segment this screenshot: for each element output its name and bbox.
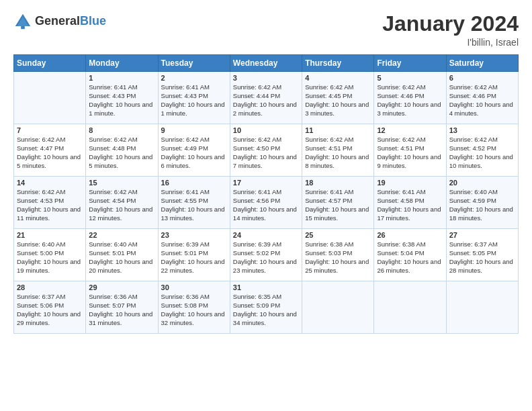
day-number: 7 (17, 126, 83, 134)
day-info: Sunrise: 6:42 AMSunset: 4:49 PMDaylight:… (161, 136, 227, 170)
table-row: 6Sunrise: 6:42 AMSunset: 4:46 PMDaylight… (446, 72, 518, 124)
table-row (374, 281, 446, 334)
day-info: Sunrise: 6:39 AMSunset: 5:02 PMDaylight:… (233, 240, 299, 275)
day-info: Sunrise: 6:41 AMSunset: 4:43 PMDaylight:… (89, 83, 154, 118)
day-info: Sunrise: 6:42 AMSunset: 4:52 PMDaylight:… (449, 136, 515, 170)
day-number: 15 (89, 179, 154, 187)
day-info: Sunrise: 6:35 AMSunset: 5:09 PMDaylight:… (233, 293, 299, 327)
table-row: 9Sunrise: 6:42 AMSunset: 4:49 PMDaylight… (158, 124, 230, 177)
logo-text: GeneralBlue (35, 15, 106, 28)
day-number: 31 (233, 283, 299, 291)
table-row: 3Sunrise: 6:42 AMSunset: 4:44 PMDaylight… (230, 72, 302, 124)
day-number: 8 (89, 126, 154, 134)
day-number: 29 (89, 283, 154, 291)
table-row: 11Sunrise: 6:42 AMSunset: 4:51 PMDayligh… (302, 124, 374, 177)
table-row: 2Sunrise: 6:41 AMSunset: 4:43 PMDaylight… (158, 72, 230, 124)
table-row (14, 72, 86, 124)
month-title: January 2024 (382, 12, 519, 36)
col-thursday: Thursday (302, 55, 374, 72)
day-info: Sunrise: 6:40 AMSunset: 4:59 PMDaylight:… (449, 188, 515, 222)
logo-general: GeneralBlue (35, 15, 106, 28)
day-info: Sunrise: 6:36 AMSunset: 5:07 PMDaylight:… (89, 293, 154, 327)
day-number: 3 (233, 74, 299, 82)
day-number: 28 (17, 283, 83, 291)
location: I'billin, Israel (382, 37, 519, 48)
day-info: Sunrise: 6:40 AMSunset: 5:01 PMDaylight:… (89, 240, 154, 275)
day-info: Sunrise: 6:41 AMSunset: 4:58 PMDaylight:… (377, 188, 443, 222)
col-wednesday: Wednesday (230, 55, 302, 72)
col-monday: Monday (86, 55, 158, 72)
day-number: 2 (161, 74, 227, 82)
day-number: 5 (377, 74, 443, 82)
day-number: 20 (449, 179, 515, 187)
table-row: 1Sunrise: 6:41 AMSunset: 4:43 PMDaylight… (86, 72, 158, 124)
table-row: 26Sunrise: 6:38 AMSunset: 5:04 PMDayligh… (374, 229, 446, 281)
day-info: Sunrise: 6:42 AMSunset: 4:44 PMDaylight:… (233, 83, 299, 118)
day-number: 18 (305, 179, 371, 187)
day-info: Sunrise: 6:39 AMSunset: 5:01 PMDaylight:… (161, 240, 227, 275)
day-info: Sunrise: 6:42 AMSunset: 4:54 PMDaylight:… (89, 188, 154, 222)
table-row: 20Sunrise: 6:40 AMSunset: 4:59 PMDayligh… (446, 177, 518, 229)
logo-icon (13, 12, 32, 31)
table-row: 4Sunrise: 6:42 AMSunset: 4:45 PMDaylight… (302, 72, 374, 124)
day-info: Sunrise: 6:42 AMSunset: 4:47 PMDaylight:… (17, 136, 83, 170)
header-row: Sunday Monday Tuesday Wednesday Thursday… (14, 55, 519, 72)
table-row (446, 281, 518, 334)
table-row: 27Sunrise: 6:37 AMSunset: 5:05 PMDayligh… (446, 229, 518, 281)
day-info: Sunrise: 6:42 AMSunset: 4:50 PMDaylight:… (233, 136, 299, 170)
day-number: 21 (17, 231, 83, 239)
day-info: Sunrise: 6:41 AMSunset: 4:56 PMDaylight:… (233, 188, 299, 222)
day-number: 11 (305, 126, 371, 134)
table-row: 23Sunrise: 6:39 AMSunset: 5:01 PMDayligh… (158, 229, 230, 281)
day-number: 22 (89, 231, 154, 239)
table-row: 17Sunrise: 6:41 AMSunset: 4:56 PMDayligh… (230, 177, 302, 229)
day-info: Sunrise: 6:38 AMSunset: 5:04 PMDaylight:… (377, 240, 443, 275)
day-info: Sunrise: 6:42 AMSunset: 4:51 PMDaylight:… (377, 136, 443, 170)
day-number: 13 (449, 126, 515, 134)
header: GeneralBlue January 2024 I'billin, Israe… (13, 12, 519, 48)
day-number: 30 (161, 283, 227, 291)
table-row: 10Sunrise: 6:42 AMSunset: 4:50 PMDayligh… (230, 124, 302, 177)
logo: GeneralBlue (13, 12, 106, 31)
day-number: 14 (17, 179, 83, 187)
day-info: Sunrise: 6:42 AMSunset: 4:46 PMDaylight:… (449, 83, 515, 118)
day-info: Sunrise: 6:41 AMSunset: 4:57 PMDaylight:… (305, 188, 371, 222)
table-row: 7Sunrise: 6:42 AMSunset: 4:47 PMDaylight… (14, 124, 86, 177)
table-row: 18Sunrise: 6:41 AMSunset: 4:57 PMDayligh… (302, 177, 374, 229)
day-info: Sunrise: 6:41 AMSunset: 4:43 PMDaylight:… (161, 83, 227, 118)
table-row: 30Sunrise: 6:36 AMSunset: 5:08 PMDayligh… (158, 281, 230, 334)
day-number: 16 (161, 179, 227, 187)
week-row-4: 21Sunrise: 6:40 AMSunset: 5:00 PMDayligh… (14, 229, 519, 281)
day-number: 9 (161, 126, 227, 134)
calendar-table: Sunday Monday Tuesday Wednesday Thursday… (13, 54, 519, 334)
day-number: 19 (377, 179, 443, 187)
day-info: Sunrise: 6:36 AMSunset: 5:08 PMDaylight:… (161, 293, 227, 327)
day-number: 12 (377, 126, 443, 134)
page: GeneralBlue January 2024 I'billin, Israe… (0, 0, 532, 411)
day-info: Sunrise: 6:42 AMSunset: 4:53 PMDaylight:… (17, 188, 83, 222)
day-number: 23 (161, 231, 227, 239)
table-row: 19Sunrise: 6:41 AMSunset: 4:58 PMDayligh… (374, 177, 446, 229)
table-row: 12Sunrise: 6:42 AMSunset: 4:51 PMDayligh… (374, 124, 446, 177)
day-number: 24 (233, 231, 299, 239)
table-row (302, 281, 374, 334)
day-info: Sunrise: 6:42 AMSunset: 4:51 PMDaylight:… (305, 136, 371, 170)
day-info: Sunrise: 6:38 AMSunset: 5:03 PMDaylight:… (305, 240, 371, 275)
week-row-3: 14Sunrise: 6:42 AMSunset: 4:53 PMDayligh… (14, 177, 519, 229)
day-number: 26 (377, 231, 443, 239)
table-row: 24Sunrise: 6:39 AMSunset: 5:02 PMDayligh… (230, 229, 302, 281)
table-row: 14Sunrise: 6:42 AMSunset: 4:53 PMDayligh… (14, 177, 86, 229)
day-info: Sunrise: 6:42 AMSunset: 4:48 PMDaylight:… (89, 136, 154, 170)
day-info: Sunrise: 6:40 AMSunset: 5:00 PMDaylight:… (17, 240, 83, 275)
day-number: 1 (89, 74, 154, 82)
table-row: 5Sunrise: 6:42 AMSunset: 4:46 PMDaylight… (374, 72, 446, 124)
day-number: 25 (305, 231, 371, 239)
table-row: 15Sunrise: 6:42 AMSunset: 4:54 PMDayligh… (86, 177, 158, 229)
week-row-1: 1Sunrise: 6:41 AMSunset: 4:43 PMDaylight… (14, 72, 519, 124)
col-friday: Friday (374, 55, 446, 72)
table-row: 21Sunrise: 6:40 AMSunset: 5:00 PMDayligh… (14, 229, 86, 281)
day-info: Sunrise: 6:37 AMSunset: 5:05 PMDaylight:… (449, 240, 515, 275)
table-row: 13Sunrise: 6:42 AMSunset: 4:52 PMDayligh… (446, 124, 518, 177)
table-row: 8Sunrise: 6:42 AMSunset: 4:48 PMDaylight… (86, 124, 158, 177)
col-sunday: Sunday (14, 55, 86, 72)
